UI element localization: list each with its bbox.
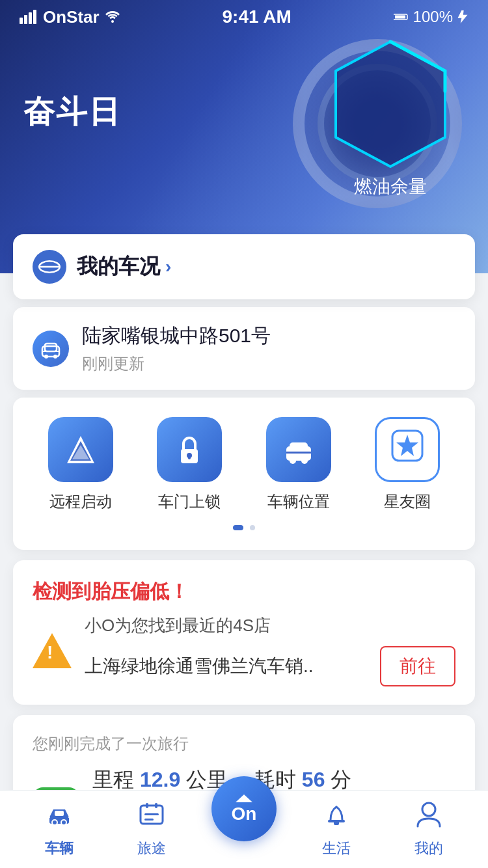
svg-rect-15 (45, 344, 57, 351)
goto-shop-button[interactable]: 前往 (380, 646, 455, 686)
svg-marker-45 (236, 794, 252, 802)
svg-rect-42 (155, 803, 157, 808)
svg-point-27 (290, 457, 296, 464)
dot-active (233, 525, 243, 530)
svg-rect-1 (24, 15, 27, 24)
on-center-tab-icon: On (211, 776, 277, 841)
door-lock-label: 车门上锁 (158, 491, 221, 512)
brand-logo (33, 250, 66, 284)
svg-rect-3 (33, 10, 36, 24)
remote-start-label: 远程启动 (49, 491, 112, 512)
svg-rect-26 (290, 442, 308, 453)
car-status-card[interactable]: 我的车况 › (13, 234, 475, 299)
remote-start-icon (48, 417, 113, 482)
star-circle-label: 星友圈 (384, 491, 431, 512)
trip-header: 您刚刚完成了一次旅行 (33, 733, 455, 754)
hexagon-shape (332, 39, 449, 169)
alert-body: 小O为您找到最近的4S店 上海绿地徐通雪佛兰汽车销.. 前往 (33, 614, 455, 686)
fuel-widget[interactable]: 燃油余量 (332, 39, 449, 199)
action-door-lock[interactable]: 车门上锁 (157, 417, 222, 512)
car-location-icon (33, 331, 69, 367)
trip-distance: 12.9 (140, 768, 180, 791)
svg-rect-39 (55, 811, 64, 816)
location-address: 陆家嘴银城中路501号 (82, 323, 455, 349)
location-card: 陆家嘴银城中路501号 刚刚更新 (13, 307, 475, 390)
vehicle-tab-icon (44, 800, 74, 834)
content-section: 我的车况 › 陆家嘴银城中路501号 刚刚更新 (0, 234, 488, 868)
tab-bar: 车辆 旅途 On On (0, 790, 488, 868)
svg-point-38 (61, 820, 66, 825)
alert-title: 检测到胎压偏低！ (33, 578, 455, 605)
quick-actions-grid: 远程启动 车门上锁 (26, 417, 462, 512)
tab-vehicle[interactable]: 车辆 (13, 800, 105, 858)
chevron-right-icon: › (165, 256, 171, 277)
svg-point-37 (52, 820, 57, 825)
star-circle-icon (375, 417, 440, 482)
tire-pressure-alert: 检测到胎压偏低！ 小O为您找到最近的4S店 上海绿地徐通雪佛兰汽车销.. 前往 (13, 560, 475, 705)
status-bar: OnStar 9:41 AM 100% (0, 0, 488, 31)
hero-section: 奋斗日 (0, 0, 488, 273)
alert-description: 小O为您找到最近的4S店 (85, 614, 455, 637)
dot-inactive (250, 525, 255, 530)
svg-point-16 (44, 355, 48, 359)
battery-percent: 100% (413, 8, 453, 26)
life-tab-icon (321, 800, 351, 834)
car-status-info: 我的车况 › (77, 252, 455, 281)
tab-vehicle-label: 车辆 (45, 839, 74, 858)
door-lock-icon (157, 417, 222, 482)
action-remote-start[interactable]: 远程启动 (48, 417, 113, 512)
tab-life[interactable]: 生活 (290, 800, 383, 858)
vehicle-location-label: 车辆位置 (267, 491, 330, 512)
alert-content: 小O为您找到最近的4S店 上海绿地徐通雪佛兰汽车销.. 前往 (85, 614, 455, 686)
car-status-title: 我的车况 › (77, 252, 455, 281)
page-dots (26, 525, 462, 530)
location-info: 陆家嘴银城中路501号 刚刚更新 (82, 323, 455, 374)
time-display: 9:41 AM (222, 7, 291, 27)
svg-rect-43 (144, 813, 159, 815)
warning-icon (33, 631, 72, 670)
svg-point-48 (422, 803, 435, 816)
shop-name: 上海绿地徐通雪佛兰汽车销.. (85, 654, 380, 679)
trip-duration: 56 (302, 768, 325, 791)
svg-rect-5 (395, 16, 405, 19)
hero-title: 奋斗日 (23, 59, 121, 133)
tab-trip-label: 旅途 (137, 839, 166, 858)
battery-info: 100% (394, 8, 468, 26)
svg-rect-29 (286, 452, 311, 454)
svg-point-4 (111, 20, 114, 23)
shop-row: 上海绿地徐通雪佛兰汽车销.. 前往 (85, 646, 455, 686)
carrier-signal: OnStar (20, 7, 120, 27)
quick-actions-card: 远程启动 车门上锁 (13, 398, 475, 550)
fuel-label: 燃油余量 (354, 174, 427, 199)
svg-rect-24 (188, 455, 191, 459)
svg-point-28 (301, 457, 308, 464)
tab-on-center[interactable]: On On (198, 796, 290, 863)
tab-profile-label: 我的 (414, 839, 443, 858)
tab-life-label: 生活 (322, 839, 351, 858)
action-vehicle-location[interactable]: 车辆位置 (266, 417, 331, 512)
svg-point-17 (53, 355, 57, 359)
main-content: 奋斗日 (0, 0, 488, 868)
svg-rect-44 (144, 819, 154, 821)
location-update-time: 刚刚更新 (82, 353, 455, 374)
tab-trip[interactable]: 旅途 (105, 800, 198, 858)
profile-tab-icon (414, 800, 444, 834)
trip-tab-icon (137, 800, 167, 834)
tab-profile[interactable]: 我的 (383, 800, 475, 858)
carrier-name: OnStar (43, 7, 100, 27)
vehicle-location-icon (266, 417, 331, 482)
svg-marker-31 (396, 435, 418, 456)
action-star-circle[interactable]: 星友圈 (375, 417, 440, 512)
svg-rect-0 (20, 18, 23, 24)
svg-rect-41 (146, 803, 148, 808)
svg-rect-47 (334, 820, 339, 825)
svg-rect-2 (29, 12, 32, 24)
triangle-warning (33, 633, 72, 668)
